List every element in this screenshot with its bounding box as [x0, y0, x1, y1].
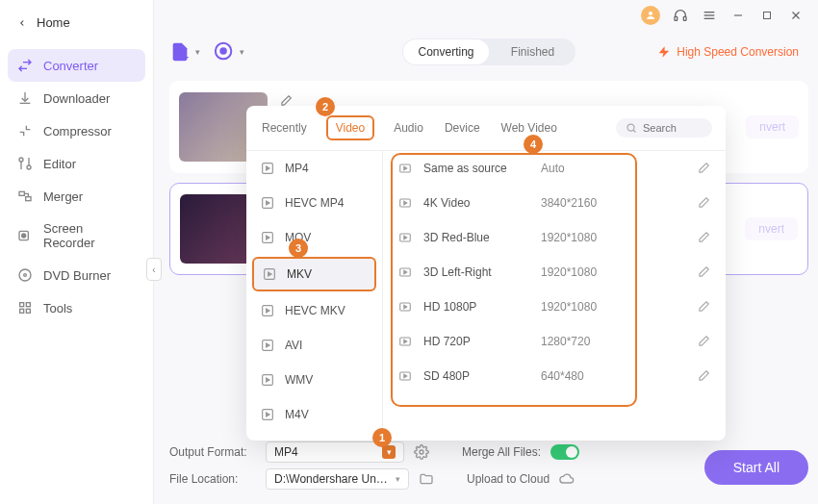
sidebar-collapse-handle[interactable]: ‹ — [146, 258, 162, 281]
format-item-m4v[interactable]: M4V — [246, 397, 382, 432]
tab-recently[interactable]: Recently — [260, 117, 309, 139]
format-item-mp4[interactable]: MP4 — [246, 151, 382, 186]
file-location-label: File Location: — [169, 472, 256, 486]
start-all-label: Start All — [733, 460, 780, 475]
resolution-item[interactable]: 4K Video3840*2160 — [383, 186, 726, 220]
tab-video[interactable]: Video — [326, 115, 374, 140]
minimize-icon[interactable] — [729, 7, 747, 24]
seg-converting[interactable]: Converting — [403, 39, 489, 64]
sidebar-item-converter[interactable]: Converter — [8, 49, 145, 82]
popup-search[interactable] — [616, 118, 712, 138]
chevron-down-icon: ▾ — [396, 474, 400, 484]
resolution-value: 1920*1080 — [541, 300, 627, 314]
convert-button-2[interactable]: nvert — [745, 217, 798, 240]
sidebar-item-label: Converter — [43, 59, 98, 73]
sidebar-item-compressor[interactable]: Compressor — [0, 114, 153, 147]
format-item-hevc-mp4[interactable]: HEVC MP4 — [246, 186, 382, 220]
cloud-icon[interactable] — [559, 471, 575, 487]
merge-toggle[interactable] — [550, 444, 579, 460]
resolution-value: 1920*1080 — [541, 265, 627, 279]
svg-rect-21 — [26, 309, 30, 313]
converter-icon — [17, 58, 33, 73]
sidebar-item-editor[interactable]: Editor — [0, 147, 153, 180]
resolution-value: 1280*720 — [541, 335, 627, 348]
resolution-name: Same as source — [423, 162, 529, 175]
format-file-icon — [260, 195, 275, 211]
dvd-icon — [17, 267, 33, 283]
resolution-item[interactable]: HD 1080P1920*1080 — [383, 290, 726, 324]
sidebar-item-label: Editor — [43, 157, 76, 171]
convert-button-1[interactable]: nvert — [746, 115, 799, 139]
high-speed-button[interactable]: High Speed Conversion — [648, 41, 808, 63]
callout-3: 3 — [289, 239, 308, 258]
tab-device[interactable]: Device — [443, 117, 482, 139]
resolution-item[interactable]: SD 480P640*480 — [383, 359, 726, 393]
svg-marker-54 — [404, 166, 407, 170]
maximize-icon[interactable] — [758, 7, 776, 24]
format-item-label: M4V — [285, 408, 309, 421]
resolution-item[interactable]: HD 720P1280*720 — [383, 324, 726, 359]
play-icon — [398, 196, 412, 210]
download-icon — [17, 90, 33, 106]
edit-icon[interactable] — [697, 369, 710, 383]
format-item-wmv[interactable]: WMV — [246, 363, 382, 397]
svg-point-11 — [27, 165, 31, 169]
lightning-icon — [657, 45, 671, 59]
play-icon — [398, 300, 412, 314]
svg-marker-25 — [659, 46, 670, 58]
merge-label: Merge All Files: — [462, 445, 541, 459]
add-file-button[interactable]: +▾ — [169, 41, 191, 63]
sidebar-home[interactable]: Home — [0, 8, 153, 38]
seg-converting-label: Converting — [418, 45, 473, 59]
tab-audio[interactable]: Audio — [392, 117, 425, 139]
compress-icon — [17, 123, 33, 139]
folder-icon[interactable] — [419, 471, 434, 487]
format-item-hevc-mkv[interactable]: HEVC MKV — [246, 293, 382, 328]
format-file-icon — [260, 372, 275, 388]
add-url-button[interactable]: ▾ — [214, 41, 235, 63]
resolution-name: HD 720P — [423, 335, 529, 348]
callout-1: 1 — [372, 428, 392, 447]
sidebar-item-dvd-burner[interactable]: DVD Burner — [0, 259, 153, 291]
file-location-select[interactable]: D:\Wondershare UniConverter 1 ▾ — [266, 468, 409, 490]
seg-finished[interactable]: Finished — [490, 38, 575, 65]
edit-icon[interactable] — [697, 335, 710, 348]
top-row: +▾ ▾ Converting Finished High Speed Conv… — [169, 33, 808, 71]
user-avatar[interactable] — [641, 6, 660, 25]
file-location-value: D:\Wondershare UniConverter 1 — [274, 472, 390, 486]
search-icon — [626, 122, 637, 134]
edit-icon[interactable] — [697, 300, 710, 314]
edit-icon[interactable] — [697, 265, 710, 279]
headset-icon[interactable] — [672, 7, 689, 24]
format-file-icon — [260, 407, 275, 422]
convert-label: nvert — [759, 120, 785, 134]
format-popup: Recently Video Audio Device Web Video MP… — [246, 106, 726, 441]
sidebar-item-merger[interactable]: Merger — [0, 180, 153, 213]
format-item-mkv[interactable]: MKV — [252, 257, 376, 291]
format-item-label: MP4 — [285, 162, 309, 175]
menu-icon[interactable] — [701, 7, 718, 24]
edit-icon[interactable] — [697, 162, 710, 175]
sidebar: Home Converter Downloader Compressor Edi… — [0, 0, 154, 504]
edit-icon[interactable] — [697, 231, 710, 244]
resolution-item[interactable]: 3D Red-Blue1920*1080 — [383, 220, 726, 255]
resolution-item[interactable]: Same as sourceAuto — [383, 151, 726, 186]
format-item-label: MKV — [287, 267, 312, 281]
sidebar-item-screen-recorder[interactable]: Screen Recorder — [0, 213, 153, 259]
edit-icon[interactable] — [697, 196, 710, 210]
settings-icon[interactable] — [414, 444, 429, 460]
svg-rect-13 — [26, 197, 31, 201]
start-all-button[interactable]: Start All — [704, 450, 808, 485]
format-item-mov[interactable]: MOV — [246, 220, 382, 255]
svg-text:+: + — [183, 51, 189, 63]
format-file-icon — [260, 161, 275, 176]
resolution-item[interactable]: 3D Left-Right1920*1080 — [383, 255, 726, 290]
sidebar-item-tools[interactable]: Tools — [0, 291, 153, 324]
sidebar-item-downloader[interactable]: Downloader — [0, 82, 153, 114]
close-icon[interactable] — [787, 7, 805, 24]
format-item-avi[interactable]: AVI — [246, 328, 382, 363]
resolution-value: 3840*2160 — [541, 196, 627, 210]
resolution-name: 4K Video — [423, 196, 529, 210]
svg-point-17 — [24, 274, 27, 277]
search-input[interactable] — [643, 122, 704, 134]
